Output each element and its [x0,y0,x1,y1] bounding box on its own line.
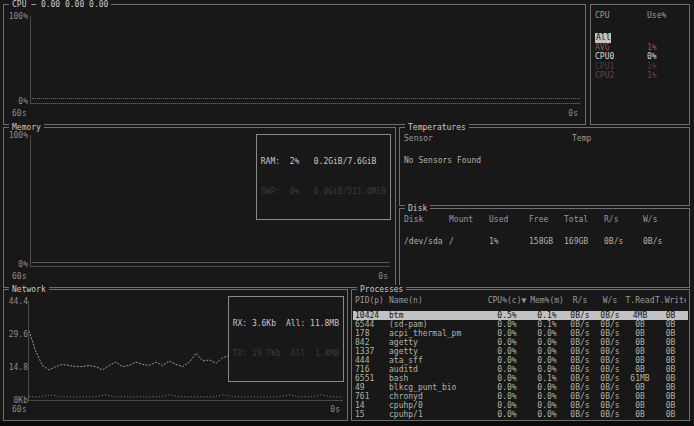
process-cell: 444 [355,356,389,365]
process-cell: 0B/s [595,383,625,392]
process-cell: 0.1% [529,374,565,383]
process-cell: 0.5% [485,311,529,320]
process-cell: 0B/s [565,311,595,320]
process-cell: 10424 [355,311,389,320]
cpu-xtick-right: 0s [568,109,578,119]
process-cell: agetty [389,338,485,347]
process-cell: 0B [655,347,686,356]
process-cell: btm [389,311,485,320]
network-panel[interactable]: Network 44.4 29.6 14.8 0Kb RX: 3.6Kb All… [3,289,348,421]
process-cell: cpuhp/0 [389,401,485,410]
memory-ram-stat: RAM: 2% 0.2GiB/7.6GiB [261,157,386,167]
cpu-ytick-min: 0% [6,97,28,107]
process-row[interactable]: 10424btm0.5%0.1%0B/s0B/s4MB0B [353,311,688,320]
proc-header-wps[interactable]: W/s [595,296,625,305]
proc-header-cpu-sorted[interactable]: CPU%(c)▼ [485,296,529,305]
proc-header-rps[interactable]: R/s [565,296,595,305]
cpu-legend-panel[interactable]: CPU Use% AllAVG1%CPU00%CPU11%CPU21% [590,4,690,125]
process-row[interactable]: 444ata_sff0.0%0.0%0B/s0B/s0B0B [353,356,688,365]
process-cell: 0.0% [485,329,529,338]
process-rows: 10424btm0.5%0.1%0B/s0B/s4MB0B6544(sd-pam… [353,311,688,419]
process-cell: 842 [355,338,389,347]
proc-header-pid[interactable]: PID(p) [355,296,389,305]
network-tx-total-stat: All: 1.4MB [291,349,339,359]
process-cell: 0.0% [485,410,529,419]
memory-xtick-right: 0s [378,272,388,282]
memory-legend: RAM: 2% 0.2GiB/7.6GiB SWP: 0% 0.0GiB/511… [256,134,391,220]
process-cell: 0.0% [529,338,565,347]
cpu-graph-panel[interactable]: CPU ─ 0.00 0.00 0.00 100% 0% 60s 0s [3,4,586,125]
process-cell: 0B/s [565,383,595,392]
process-cell: 0B [625,392,655,401]
process-row[interactable]: 6551bash0.0%0.1%0B/s0B/s61MB0B [353,374,688,383]
disk-header-free: Free [529,215,564,225]
process-cell: 0.0% [485,365,529,374]
cpu-core-label: CPU1 [595,62,647,72]
memory-panel[interactable]: Memory 100% 0% RAM: 2% 0.2GiB/7.6GiB SWP… [3,127,396,288]
process-row[interactable]: 761chronyd0.0%0.0%0B/s0B/s0B0B [353,392,688,401]
process-cell: 0.0% [529,392,565,401]
cpu-avg-usage-line [32,98,580,99]
memory-ytick-max: 100% [6,131,28,141]
process-row[interactable]: 842agetty0.0%0.0%0B/s0B/s0B0B [353,338,688,347]
cpu-legend-body: AllAVG1%CPU00%CPU11%CPU21% [591,33,689,81]
process-row[interactable]: 178acpi_thermal_pm0.0%0.0%0B/s0B/s0B0B [353,329,688,338]
process-cell: agetty [389,347,485,356]
process-row[interactable]: 716auditd0.0%0.0%0B/s0B/s0B0B [353,365,688,374]
disk-row[interactable]: /dev/sda/1%158GB169GB0B/s0B/s [400,237,689,247]
proc-header-mem[interactable]: Mem%(m) [529,296,565,305]
disk-cell: / [449,237,489,247]
cpu-core-usage: 1% [647,62,685,72]
process-cell: 1337 [355,347,389,356]
process-cell: 0B [625,320,655,329]
btm-app: CPU ─ 0.00 0.00 0.00 100% 0% 60s 0s CPU … [0,0,694,426]
network-tx-line [29,395,343,397]
process-row[interactable]: 49blkcg_punt_bio0.0%0.0%0B/s0B/s0B0B [353,383,688,392]
cpu-core-label: All [595,33,611,43]
process-row[interactable]: 15cpuhp/10.0%0.0%0B/s0B/s0B0B [353,410,688,419]
processes-panel-title: Processes [357,285,406,294]
cpu-core-label: AVG [595,43,647,53]
cpu-core-usage: 0% [647,52,685,62]
process-cell: 0B/s [595,311,625,320]
processes-panel[interactable]: Processes PID(p) Name(n) CPU%(c)▼ Mem%(m… [351,289,690,421]
disk-cell: 158GB [529,237,564,247]
cpu-usage-graph [30,16,580,104]
temps-header-temp: Temp [572,134,685,144]
process-cell: 0B/s [565,329,595,338]
process-cell: 0.0% [529,365,565,374]
process-row[interactable]: 6544(sd-pam)0.0%0.1%0B/s0B/s0B0B [353,320,688,329]
process-cell: 0.0% [485,374,529,383]
process-cell: 0B [625,347,655,356]
process-cell: 0B [625,338,655,347]
network-ytick-0: 44.4 [6,297,28,307]
cpu-legend-row[interactable]: AVG1% [591,43,689,53]
process-cell: 0.1% [529,320,565,329]
temperatures-panel[interactable]: Temperatures Sensor Temp No Sensors Foun… [399,127,690,206]
process-row[interactable]: 14cpuhp/00.0%0.0%0B/s0B/s0B0B [353,401,688,410]
process-cell: 0.0% [485,356,529,365]
process-cell: cpuhp/1 [389,410,485,419]
process-row[interactable]: 1337agetty0.0%0.0%0B/s0B/s0B0B [353,347,688,356]
process-cell: acpi_thermal_pm [389,329,485,338]
cpu-core-label: CPU2 [595,71,647,81]
process-cell: 0.0% [529,329,565,338]
disk-header-disk: Disk [404,215,449,225]
disk-panel[interactable]: Disk Disk Mount Used Free Total R/s W/s … [399,208,690,288]
cpu-legend-row[interactable]: CPU11% [591,62,689,72]
network-rx-stat: RX: 3.6Kb [233,319,276,329]
proc-header-tread[interactable]: T.Read [625,296,655,305]
cpu-legend-row[interactable]: CPU00% [591,52,689,62]
process-cell: 0B [655,329,686,338]
disk-cell: 169GB [564,237,604,247]
proc-header-twrite[interactable]: T.Write [655,296,686,305]
process-cell: blkcg_punt_bio [389,383,485,392]
process-cell: 0B [655,410,686,419]
process-cell: 0.0% [485,392,529,401]
cpu-legend-row[interactable]: All [591,33,689,43]
proc-header-name[interactable]: Name(n) [389,296,485,305]
process-cell: 0B/s [595,374,625,383]
process-cell: 0B [655,356,686,365]
cpu-legend-row[interactable]: CPU21% [591,71,689,81]
disk-header-rps: R/s [604,215,643,225]
